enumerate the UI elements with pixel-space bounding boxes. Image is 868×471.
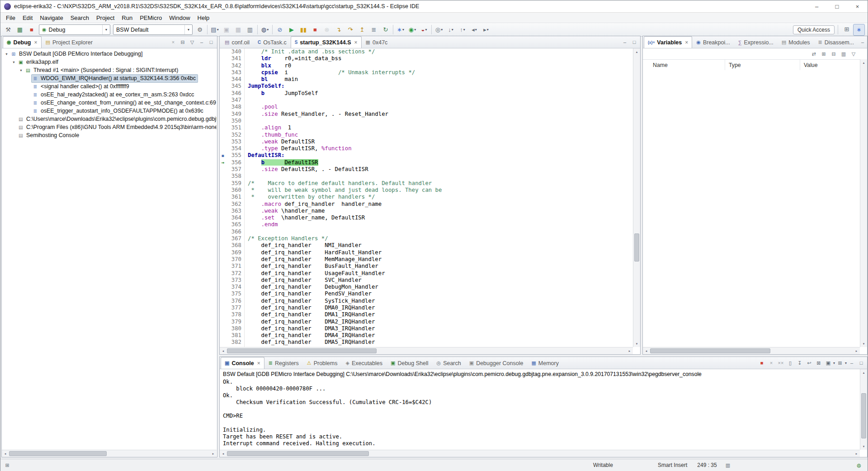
annotation-ruler[interactable] bbox=[220, 83, 226, 90]
annotation-ruler[interactable] bbox=[220, 132, 226, 138]
tab-project-explorer[interactable]: ▤Project Explorer bbox=[42, 36, 97, 48]
annotation-marker-icon[interactable]: ■ bbox=[220, 152, 226, 159]
debug-tree-item[interactable]: ▼▤Thread #1 <main> (Suspended : Signal :… bbox=[2, 66, 217, 74]
annotation-ruler[interactable] bbox=[220, 214, 226, 221]
tab-registers[interactable]: ≣Registers bbox=[264, 357, 303, 369]
code-line[interactable]: ■355DefaultISR: bbox=[220, 152, 633, 159]
scrollbar-thumb[interactable] bbox=[9, 451, 107, 456]
tab-breakpoints[interactable]: ◉Breakpoi... bbox=[692, 36, 734, 48]
tab-ostask-c[interactable]: COsTask.c bbox=[254, 36, 291, 48]
tree-expander-icon[interactable]: ▼ bbox=[18, 69, 24, 72]
code-line[interactable]: 348 .pool bbox=[220, 104, 633, 110]
code-line[interactable]: 357 .size DefaultISR, . - DefaultISR bbox=[220, 166, 633, 173]
back-icon[interactable]: ◂▾ bbox=[468, 24, 480, 35]
annotation-ruler[interactable] bbox=[220, 62, 226, 69]
code-line[interactable]: 354 .type DefaultISR, %function bbox=[220, 145, 633, 152]
minimize-icon[interactable]: – bbox=[847, 358, 856, 367]
editor-vscrollbar[interactable]: ▴ ▾ bbox=[633, 48, 640, 347]
tree-expander-icon[interactable]: ▼ bbox=[4, 52, 9, 56]
code-text[interactable] bbox=[245, 97, 248, 104]
show-logical-structures-icon[interactable]: ⊞ bbox=[819, 49, 828, 58]
code-text[interactable]: /* Macro to define default handlers. Def… bbox=[245, 180, 432, 187]
prev-annotation-icon[interactable]: ↑▾ bbox=[457, 24, 468, 35]
restart-icon[interactable]: ↻ bbox=[380, 24, 392, 35]
code-line[interactable]: 372 def_irq_handler UsageFault_Handler bbox=[220, 270, 633, 277]
code-line[interactable]: 347 bbox=[220, 97, 633, 104]
code-text[interactable]: .endm bbox=[245, 221, 278, 228]
annotation-ruler[interactable] bbox=[220, 194, 226, 200]
code-line[interactable]: 371 def_irq_handler BusFault_Handler bbox=[220, 263, 633, 270]
code-line[interactable]: 379 def_irq_handler DMA2_IRQHandler bbox=[220, 319, 633, 325]
code-text[interactable]: def_irq_handler DMA5_IRQHandler bbox=[245, 339, 375, 346]
quick-access-button[interactable]: Quick Access bbox=[793, 25, 835, 34]
code-text[interactable]: def_irq_handler SVC_Handler bbox=[245, 277, 362, 284]
code-line[interactable]: 342 blx r0 bbox=[220, 62, 633, 69]
remove-launch-icon[interactable]: × bbox=[767, 358, 776, 367]
annotation-ruler[interactable] bbox=[220, 76, 226, 83]
menu-help[interactable]: Help bbox=[194, 14, 213, 22]
minimize-button[interactable]: – bbox=[807, 0, 827, 12]
resume-icon[interactable]: ▶ bbox=[286, 24, 297, 35]
chevron-down-icon[interactable]: ▾ bbox=[217, 28, 219, 32]
code-text[interactable]: .size DefaultISR, . - DefaultISR bbox=[245, 166, 368, 173]
code-text[interactable]: .align 1 bbox=[245, 124, 291, 131]
annotation-ruler[interactable] bbox=[220, 221, 226, 228]
code-text[interactable]: def_irq_handler SysTick_Handler bbox=[245, 298, 375, 304]
code-text[interactable]: .pool bbox=[245, 104, 278, 110]
scroll-right-icon[interactable]: ▸ bbox=[626, 347, 633, 354]
search-icon[interactable]: ◎▾ bbox=[433, 24, 445, 35]
annotation-ruler[interactable] bbox=[220, 201, 226, 208]
tree-expander-icon[interactable]: ▼ bbox=[11, 61, 17, 64]
annotation-ruler[interactable] bbox=[220, 208, 226, 214]
tab-debug[interactable]: ◉Debug× bbox=[3, 36, 42, 48]
chevron-down-icon[interactable]: ▾ bbox=[402, 28, 404, 32]
tab-problems[interactable]: ⚠Problems bbox=[303, 357, 342, 369]
view-menu-icon[interactable]: ▽ bbox=[849, 49, 858, 58]
annotation-ruler[interactable] bbox=[220, 339, 226, 346]
annotation-ruler[interactable] bbox=[220, 138, 226, 145]
code-text[interactable]: def_irq_handler DMA2_IRQHandler bbox=[245, 319, 375, 325]
menu-file[interactable]: File bbox=[2, 14, 19, 22]
close-icon[interactable]: × bbox=[354, 39, 358, 46]
scroll-right-icon[interactable]: ▸ bbox=[853, 347, 860, 354]
scroll-down-icon[interactable]: ▾ bbox=[633, 340, 640, 347]
next-annotation-icon[interactable]: ↓▾ bbox=[445, 24, 457, 35]
scrollbar-thumb[interactable] bbox=[861, 393, 866, 438]
code-line[interactable]: 349 .size Reset_Handler, . - Reset_Handl… bbox=[220, 111, 633, 118]
code-text[interactable]: .size Reset_Handler, . - Reset_Handler bbox=[245, 111, 388, 118]
menu-window[interactable]: Window bbox=[165, 14, 193, 22]
word-wrap-icon[interactable]: ↩ bbox=[805, 358, 814, 367]
scroll-left-icon[interactable]: ◂ bbox=[643, 347, 650, 354]
web-browser-icon[interactable]: ◍▾ bbox=[259, 24, 271, 35]
code-line[interactable]: 344 bl main bbox=[220, 76, 633, 83]
code-line[interactable]: 346 b JumpToSelf bbox=[220, 90, 633, 97]
tab-console[interactable]: ▣Console× bbox=[221, 357, 264, 369]
code-text[interactable]: JumpToSelf: bbox=[245, 83, 284, 90]
annotation-ruler[interactable] bbox=[220, 90, 226, 97]
remove-terminated-icon[interactable]: × bbox=[169, 38, 178, 47]
code-line[interactable]: 382 def_irq_handler DMA5_IRQHandler bbox=[220, 339, 633, 346]
code-line[interactable]: 381 def_irq_handler DMA4_IRQHandler bbox=[220, 332, 633, 339]
tab-disassembly[interactable]: ≣Disassem... bbox=[814, 36, 858, 48]
console-vscrollbar[interactable]: ▴ ▾ bbox=[860, 369, 867, 450]
code-line[interactable]: 345JumpToSelf: bbox=[220, 83, 633, 90]
annotation-ruler[interactable] bbox=[220, 173, 226, 180]
scroll-right-icon[interactable]: ▸ bbox=[210, 450, 217, 457]
skip-breakpoints-icon[interactable]: ⊘ bbox=[274, 24, 286, 35]
scrollbar-thumb[interactable] bbox=[227, 451, 369, 456]
code-text[interactable]: .weak \handler_name bbox=[245, 208, 325, 214]
scroll-down-icon[interactable]: ▾ bbox=[860, 340, 867, 347]
variables-hscrollbar[interactable]: ◂ ▸ bbox=[643, 347, 860, 354]
save-all-icon[interactable]: ▦ bbox=[232, 24, 244, 35]
code-text[interactable]: def_irq_handler DMA4_IRQHandler bbox=[245, 332, 375, 339]
code-line[interactable]: 351 .align 1 bbox=[220, 124, 633, 131]
maximize-icon[interactable]: □ bbox=[207, 38, 216, 47]
annotation-ruler[interactable] bbox=[220, 298, 226, 304]
profile-icon[interactable]: ◒▾ bbox=[418, 24, 430, 35]
collapse-all-icon[interactable]: ⊟ bbox=[178, 38, 187, 47]
debug-tree-item[interactable]: ≣osEE_change_context_from_running() at e… bbox=[2, 99, 217, 107]
chevron-down-icon[interactable]: ▾ bbox=[441, 28, 443, 32]
annotation-ruler[interactable] bbox=[220, 332, 226, 339]
code-line[interactable]: 375 def_irq_handler PendSV_Handler bbox=[220, 290, 633, 297]
code-line[interactable]: 380 def_irq_handler DMA3_IRQHandler bbox=[220, 325, 633, 332]
